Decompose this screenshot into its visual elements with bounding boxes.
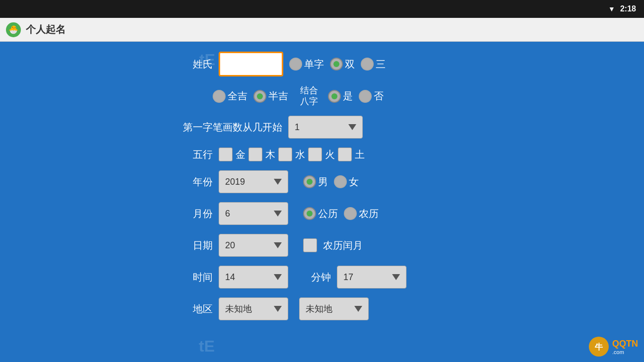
- radio-bazi-yes[interactable]: 是: [328, 89, 353, 103]
- minute-value: 17: [343, 272, 353, 283]
- radio-lunar[interactable]: 农历: [344, 207, 379, 220]
- region-value-2: 未知地: [306, 303, 332, 315]
- form-container: 姓氏 单字 双 三 全: [183, 52, 461, 320]
- region-dropdown-2[interactable]: 未知地: [299, 297, 369, 320]
- time-label: 时间: [183, 271, 213, 284]
- checkbox-mu[interactable]: [248, 147, 262, 161]
- radio-lunar-outer: [344, 207, 357, 220]
- radio-triple-label: 三: [376, 58, 386, 71]
- radio-bazi-yes-outer: [328, 90, 341, 103]
- checkbox-shui[interactable]: [278, 147, 292, 161]
- radio-banji-outer: [253, 90, 266, 103]
- radio-solar-outer: [303, 207, 316, 220]
- radio-female-label: 女: [349, 175, 359, 189]
- radio-single[interactable]: 单字: [289, 58, 324, 71]
- qqtn-logo-icon: 牛: [588, 336, 610, 358]
- year-label: 年份: [183, 175, 213, 189]
- year-value: 2019: [225, 177, 245, 187]
- row-auspicious: 全吉 半吉 结合 八字 是 否: [183, 85, 461, 107]
- radio-single-label: 单字: [304, 58, 324, 71]
- month-value: 6: [225, 209, 230, 219]
- region-dropdown-1[interactable]: 未知地: [219, 297, 288, 320]
- radio-solar[interactable]: 公历: [303, 207, 338, 220]
- bazi-label: 结合 八字: [300, 85, 318, 107]
- day-label: 日期: [183, 239, 213, 252]
- day-value: 20: [225, 240, 235, 251]
- app-icon: 🐣: [6, 22, 21, 37]
- radio-male[interactable]: 男: [303, 175, 328, 189]
- lunar-leap-checkbox[interactable]: [303, 238, 317, 252]
- row-month: 月份 6 公历 农历: [183, 202, 461, 225]
- surname-label: 姓氏: [183, 58, 213, 71]
- qqtn-logo-text: QQTN .com: [612, 339, 638, 355]
- status-bar: ▼ 2:18: [0, 0, 644, 18]
- region-value-1: 未知地: [225, 303, 252, 315]
- radio-solar-inner: [307, 211, 313, 217]
- day-dropdown-arrow: [274, 242, 282, 248]
- mu-label: 木: [265, 148, 275, 161]
- radio-single-outer: [289, 58, 302, 71]
- radio-female-outer: [334, 175, 347, 188]
- minute-dropdown-arrow: [392, 274, 400, 280]
- radio-double[interactable]: 双: [330, 58, 355, 71]
- row-year: 年份 2019 男 女: [183, 170, 461, 193]
- huo-label: 火: [325, 148, 335, 161]
- app-emoji: 🐣: [8, 25, 18, 34]
- radio-banji[interactable]: 半吉: [253, 89, 288, 103]
- row-day: 日期 20 农历闰月: [183, 234, 461, 257]
- stroke-dropdown-arrow: [348, 124, 356, 130]
- wifi-icon: ▼: [608, 5, 615, 13]
- radio-lunar-label: 农历: [359, 207, 379, 220]
- jin-label: 金: [236, 148, 245, 161]
- tu-label: 土: [355, 148, 365, 161]
- radio-quanji[interactable]: 全吉: [213, 89, 247, 103]
- radio-triple[interactable]: 三: [361, 58, 386, 71]
- wuxing-group: 金 木 水 火 土: [219, 147, 365, 161]
- day-dropdown[interactable]: 20: [219, 234, 288, 257]
- month-dropdown-arrow: [274, 211, 282, 217]
- radio-male-inner: [307, 179, 313, 185]
- year-dropdown-arrow: [274, 179, 282, 185]
- radio-double-inner: [333, 61, 339, 67]
- radio-banji-inner: [257, 93, 263, 99]
- time-display: 2:18: [620, 4, 636, 13]
- radio-male-label: 男: [318, 175, 328, 189]
- radio-triple-outer: [361, 58, 374, 71]
- bottom-logo: 牛 QQTN .com: [588, 336, 638, 358]
- year-dropdown[interactable]: 2019: [219, 170, 288, 193]
- wuxing-label: 五行: [183, 148, 213, 161]
- radio-banji-label: 半吉: [268, 89, 288, 103]
- radio-quanji-label: 全吉: [228, 89, 247, 103]
- row-stroke: 第一字笔画数从几开始 1: [183, 116, 461, 139]
- time-value: 14: [225, 272, 235, 283]
- shui-label: 水: [295, 148, 305, 161]
- page-title: 个人起名: [26, 23, 66, 36]
- radio-solar-label: 公历: [318, 207, 338, 220]
- row-time: 时间 14 分钟 17: [183, 266, 461, 289]
- month-label: 月份: [183, 207, 213, 220]
- row-surname: 姓氏 单字 双 三: [183, 52, 461, 76]
- time-dropdown-arrow: [274, 274, 282, 280]
- month-dropdown[interactable]: 6: [219, 202, 288, 225]
- stroke-label: 第一字笔画数从几开始: [183, 121, 282, 134]
- stroke-value: 1: [295, 122, 300, 133]
- svg-text:牛: 牛: [595, 343, 603, 351]
- radio-double-outer: [330, 58, 343, 71]
- minute-dropdown[interactable]: 17: [337, 266, 406, 289]
- surname-input[interactable]: [219, 52, 283, 76]
- radio-male-outer: [303, 175, 316, 188]
- time-dropdown[interactable]: 14: [219, 266, 288, 289]
- checkbox-jin[interactable]: [219, 147, 233, 161]
- radio-bazi-no[interactable]: 否: [359, 89, 384, 103]
- row-wuxing: 五行 金 木 水 火 土: [183, 147, 461, 161]
- radio-double-label: 双: [345, 58, 355, 71]
- radio-bazi-no-outer: [359, 90, 372, 103]
- main-content: 姓氏 单字 双 三 全: [0, 42, 644, 362]
- stroke-dropdown[interactable]: 1: [288, 116, 363, 139]
- checkbox-huo[interactable]: [308, 147, 322, 161]
- radio-female[interactable]: 女: [334, 175, 359, 189]
- radio-bazi-yes-inner: [331, 93, 337, 99]
- row-region: 地区 未知地 未知地: [183, 297, 461, 320]
- radio-bazi-no-label: 否: [374, 89, 384, 103]
- checkbox-tu[interactable]: [338, 147, 352, 161]
